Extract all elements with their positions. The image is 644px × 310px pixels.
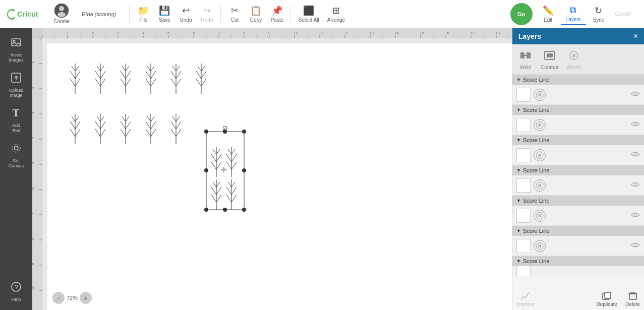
score-line-1-visibility[interactable] bbox=[631, 90, 640, 99]
sidebar-item-add-text[interactable]: T AddText bbox=[2, 103, 30, 137]
improve-button[interactable]: Improve bbox=[516, 291, 535, 307]
duplicate-button[interactable]: Duplicate bbox=[596, 291, 617, 307]
svg-text:✛: ✛ bbox=[221, 166, 227, 174]
cricut-logo: Cricut bbox=[5, 6, 45, 22]
svg-line-126 bbox=[151, 66, 154, 71]
sidebar-item-insert-images[interactable]: InsertImages bbox=[2, 32, 30, 67]
arrange-button[interactable]: ⊞ Arrange bbox=[323, 3, 349, 25]
svg-line-212 bbox=[226, 195, 231, 202]
cancel-button[interactable]: Cancel bbox=[611, 9, 635, 19]
score-line-group-3-header[interactable]: ▼ Score Line bbox=[512, 135, 644, 145]
svg-point-233 bbox=[634, 153, 637, 156]
svg-rect-219 bbox=[547, 53, 553, 57]
svg-point-2 bbox=[59, 6, 64, 11]
cut-icon: ✂ bbox=[231, 5, 239, 16]
save-button[interactable]: 💾 Save bbox=[154, 3, 175, 25]
svg-line-102 bbox=[70, 79, 75, 86]
canvas-area[interactable]: 1234567891011121314151617181920 12345678… bbox=[32, 28, 512, 310]
sidebar-item-help[interactable]: ? Help bbox=[2, 277, 30, 306]
score-line-group-1-header[interactable]: ▼ Score Line bbox=[512, 75, 644, 85]
sidebar-item-upload-image[interactable]: UploadImage bbox=[2, 68, 30, 102]
weld-tool[interactable]: Weld bbox=[518, 48, 533, 70]
svg-line-161 bbox=[126, 116, 129, 121]
layers-close-button[interactable]: × bbox=[633, 32, 638, 40]
contour-tool[interactable]: Contour bbox=[541, 48, 559, 70]
svg-rect-247 bbox=[605, 292, 611, 298]
svg-line-193 bbox=[213, 149, 216, 154]
score-line-3-visibility[interactable] bbox=[631, 151, 640, 159]
insert-images-icon bbox=[10, 36, 22, 51]
score-line-6-x-icon[interactable] bbox=[534, 240, 546, 252]
zoom-out-button[interactable]: − bbox=[52, 292, 65, 304]
score-line-6-item[interactable] bbox=[512, 236, 644, 256]
score-line-group-4-header[interactable]: ▼ Score Line bbox=[512, 165, 644, 175]
score-line-3-item[interactable] bbox=[512, 145, 644, 165]
score-line-7-label: Score Line bbox=[523, 258, 550, 264]
score-line-2-item[interactable] bbox=[512, 115, 644, 135]
cut-button[interactable]: ✂ Cut bbox=[224, 3, 245, 25]
score-line-5-item[interactable] bbox=[512, 206, 644, 226]
score-line-group-2-header[interactable]: ▼ Score Line bbox=[512, 105, 644, 115]
go-button[interactable]: Go bbox=[510, 3, 533, 25]
svg-rect-4 bbox=[12, 39, 21, 46]
set-canvas-label: SetCanvas bbox=[9, 158, 24, 168]
svg-line-128 bbox=[171, 71, 176, 79]
upload-image-label: UploadImage bbox=[9, 88, 24, 98]
score-line-4-x-icon[interactable] bbox=[534, 179, 546, 192]
score-line-2-visibility[interactable] bbox=[631, 120, 640, 129]
svg-point-229 bbox=[634, 122, 637, 126]
attach-tool[interactable]: Attach bbox=[567, 48, 581, 70]
select-all-button[interactable]: ⬛ Select All bbox=[294, 3, 323, 25]
svg-line-194 bbox=[216, 149, 220, 154]
upload-icon bbox=[10, 72, 22, 86]
svg-line-144 bbox=[70, 129, 75, 137]
zoom-level: 72% bbox=[67, 295, 78, 301]
paste-button[interactable]: 📌 Paste bbox=[266, 3, 287, 25]
file-button[interactable]: 📁 File bbox=[133, 3, 154, 25]
delete-button[interactable]: Delete bbox=[625, 291, 640, 307]
sidebar-item-set-canvas[interactable]: SetCanvas bbox=[2, 138, 30, 172]
canvas-content[interactable]: ✛ bbox=[42, 38, 512, 310]
score-line-4-item[interactable] bbox=[512, 175, 644, 196]
score-line-1-x-icon[interactable] bbox=[534, 89, 546, 101]
score-line-2-x-icon[interactable] bbox=[534, 119, 546, 131]
redo-button[interactable]: ↪ Redo bbox=[196, 3, 217, 25]
score-line-group-5-header[interactable]: ▼ Score Line bbox=[512, 196, 644, 206]
score-line-6-visibility[interactable] bbox=[631, 241, 640, 250]
layers-list[interactable]: ▼ Score Line ▼ Score Line bbox=[512, 75, 644, 288]
main-content: InsertImages UploadImage T AddText bbox=[0, 28, 644, 310]
user-avatar bbox=[54, 4, 69, 18]
svg-line-174 bbox=[172, 116, 176, 121]
copy-button[interactable]: 📋 Copy bbox=[245, 3, 266, 25]
score-line-3-thumbnail bbox=[516, 148, 531, 162]
svg-line-198 bbox=[226, 162, 231, 169]
score-line-7-item[interactable] bbox=[512, 266, 644, 276]
score-line-7-thumbnail bbox=[516, 266, 531, 276]
weld-icon bbox=[518, 48, 533, 63]
svg-line-129 bbox=[176, 71, 181, 79]
svg-text:8: 8 bbox=[243, 31, 246, 35]
svg-line-135 bbox=[196, 71, 201, 79]
edit-button[interactable]: ✏️ Edit bbox=[538, 3, 559, 25]
svg-line-172 bbox=[171, 129, 176, 137]
score-line-3-x-icon[interactable] bbox=[534, 149, 546, 161]
score-line-5-x-icon[interactable] bbox=[534, 210, 546, 222]
select-all-icon: ⬛ bbox=[303, 5, 314, 16]
sync-button[interactable]: ↻ Sync bbox=[588, 3, 609, 25]
text-icon: T bbox=[10, 107, 22, 121]
svg-point-225 bbox=[634, 92, 637, 95]
layers-button[interactable]: ⧉ Layers bbox=[561, 3, 586, 25]
undo-button[interactable]: ↩ Undo bbox=[175, 3, 196, 25]
score-line-group-7-header[interactable]: ▼ Score Line bbox=[512, 256, 644, 266]
svg-text:5: 5 bbox=[32, 162, 35, 164]
score-line-4-visibility[interactable] bbox=[631, 181, 640, 190]
svg-line-163 bbox=[146, 121, 151, 129]
score-line-2-label: Score Line bbox=[523, 107, 550, 113]
layers-title: Layers bbox=[518, 32, 541, 40]
zoom-in-button[interactable]: + bbox=[80, 292, 92, 304]
score-line-1-item[interactable] bbox=[512, 85, 644, 105]
score-line-5-visibility[interactable] bbox=[631, 211, 640, 220]
improve-icon bbox=[520, 291, 531, 300]
user-button[interactable]: Connie bbox=[49, 4, 74, 24]
score-line-group-6-header[interactable]: ▼ Score Line bbox=[512, 226, 644, 236]
